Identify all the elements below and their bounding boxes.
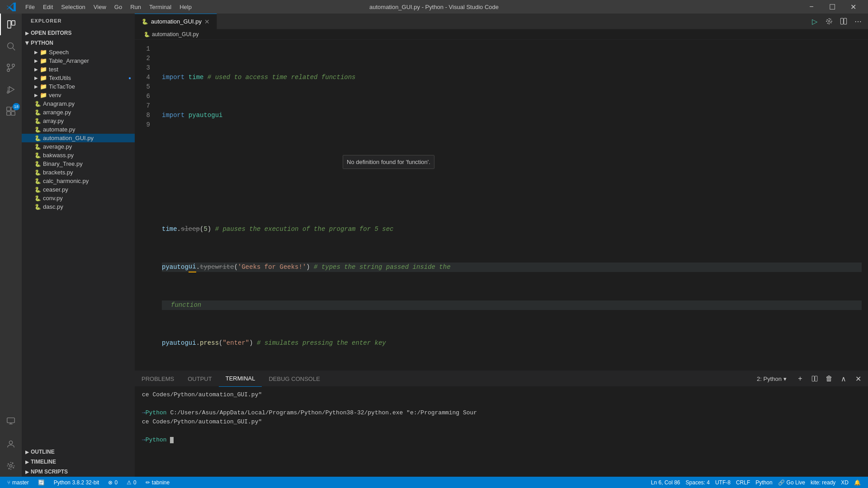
svg-rect-11 — [7, 107, 10, 111]
maximize-button[interactable]: ☐ — [822, 0, 843, 14]
panel-tab-debug[interactable]: DEBUG CONSOLE — [262, 371, 326, 387]
tab-bar-actions: ▷ ⋯ — [805, 15, 868, 28]
tab-close-button[interactable]: ✕ — [204, 18, 210, 25]
status-encoding[interactable]: UTF-8 — [712, 477, 733, 488]
sidebar-item-automate[interactable]: 🐍 automate.py — [22, 125, 135, 134]
menu-selection[interactable]: Selection — [57, 3, 89, 11]
test-folder-label: test — [49, 66, 58, 73]
kw-import-1: import — [162, 73, 184, 82]
extensions-activity-item[interactable]: 18 — [0, 100, 22, 122]
status-kite[interactable]: kite: ready — [808, 477, 838, 488]
close-button[interactable]: ✕ — [843, 0, 863, 14]
status-notifications[interactable]: 🔔 — [851, 477, 863, 488]
status-tabnine[interactable]: ✏ tabnine — [143, 477, 172, 488]
python-section[interactable]: ▶ PYTHON — [22, 38, 135, 48]
npm-chevron: ▶ — [25, 469, 29, 474]
panel-tab-terminal[interactable]: TERMINAL — [219, 371, 262, 387]
open-editors-section[interactable]: ▶ OPEN EDITORS — [22, 28, 135, 38]
maximize-panel-button[interactable]: ∧ — [837, 372, 850, 385]
sidebar-item-ceaser[interactable]: 🐍 ceaser.py — [22, 185, 135, 194]
add-terminal-button[interactable]: + — [794, 372, 807, 385]
timeline-section[interactable]: ▶ TIMELINE — [22, 457, 135, 467]
sidebar-item-calc-harmonic[interactable]: 🐍 calc_harmonic.py — [22, 177, 135, 185]
search-activity-item[interactable] — [0, 35, 22, 57]
code-content[interactable]: import time # used to access time relate… — [157, 40, 862, 371]
menu-go[interactable]: Go — [111, 3, 126, 11]
fn-typewrite: typewrite — [200, 263, 234, 272]
status-spaces[interactable]: Spaces: 4 — [683, 477, 712, 488]
sidebar-item-dasc[interactable]: 🐍 dasc.py — [22, 202, 135, 211]
sidebar-item-tictactoe[interactable]: ▶ 📁 TicTacToe — [22, 82, 135, 91]
status-line-ending[interactable]: CRLF — [733, 477, 753, 488]
terminal-cursor — [170, 437, 174, 443]
python-section-label: PYTHON — [31, 40, 53, 46]
svg-rect-1 — [12, 21, 15, 25]
close-panel-button[interactable]: ✕ — [852, 372, 864, 385]
terminal-content[interactable]: ce Codes/Python/automation_GUI.py" →Pyth… — [135, 387, 868, 477]
sidebar-item-automation-gui[interactable]: 🐍 automation_GUI.py — [22, 134, 135, 142]
menu-edit[interactable]: Edit — [39, 3, 57, 11]
run-python-button[interactable]: ▷ — [808, 15, 821, 28]
svg-point-2 — [8, 43, 14, 49]
sidebar-item-anagram[interactable]: 🐍 Anagram.py — [22, 99, 135, 108]
status-branch[interactable]: ⑂ master — [5, 477, 32, 488]
sidebar-item-bakwass[interactable]: 🐍 bakwass.py — [22, 151, 135, 160]
breadcrumb-file[interactable]: automation_GUI.py — [152, 31, 198, 38]
line-num-1: 1 — [135, 44, 150, 54]
kill-terminal-button[interactable]: 🗑 — [823, 372, 835, 385]
status-language-mode[interactable]: Python — [753, 477, 775, 488]
sidebar-item-average[interactable]: 🐍 average.py — [22, 142, 135, 151]
python-version-label: Python 3.8.2 32-bit — [54, 479, 99, 486]
run-activity-item[interactable] — [0, 79, 22, 100]
status-errors[interactable]: ⊗ 0 — [105, 477, 120, 488]
remote-explorer-activity-item[interactable] — [0, 410, 22, 432]
outline-section[interactable]: ▶ OUTLINE — [22, 447, 135, 457]
status-bar-right: Ln 6, Col 86 Spaces: 4 UTF-8 CRLF Python… — [648, 477, 863, 488]
npm-scripts-section[interactable]: ▶ NPM SCRIPTS — [22, 467, 135, 477]
sidebar-item-speech[interactable]: ▶ 📁 Speech — [22, 48, 135, 56]
settings-activity-item[interactable] — [0, 455, 22, 477]
menu-terminal[interactable]: Terminal — [146, 3, 175, 11]
tablearranger-folder-label: Table_Arranger — [49, 57, 89, 64]
svg-rect-13 — [7, 112, 10, 115]
sidebar-item-table-arranger[interactable]: ▶ 📁 Table_Arranger — [22, 56, 135, 65]
status-sync[interactable]: 🔄 — [35, 477, 47, 488]
menu-file[interactable]: File — [22, 3, 38, 11]
brackets-file-label: brackets.py — [43, 169, 73, 176]
sidebar-item-binary-tree[interactable]: 🐍 Binary_Tree.py — [22, 160, 135, 168]
sidebar-item-textutils[interactable]: ▶ 📁 TextUtils ● — [22, 74, 135, 82]
term-line-3: →Python C:/Users/Asus/AppData/Local/Prog… — [142, 408, 861, 418]
tabnine-icon: ✏ — [146, 479, 150, 486]
more-actions-button[interactable]: ⋯ — [852, 15, 864, 28]
sidebar-item-arrange[interactable]: 🐍 arrange.py — [22, 108, 135, 117]
panel-tabs: PROBLEMS OUTPUT TERMINAL DEBUG CONSOLE 2… — [135, 371, 868, 387]
status-go-live[interactable]: 🔗 Go Live — [775, 477, 808, 488]
menu-run[interactable]: Run — [127, 3, 145, 11]
open-settings-button[interactable] — [823, 15, 835, 28]
accounts-activity-item[interactable] — [0, 433, 22, 455]
comment-5: # pauses the execution of the program fo… — [215, 225, 394, 234]
menu-view[interactable]: View — [90, 3, 110, 11]
status-xd[interactable]: XD — [838, 477, 851, 488]
terminal-instance-selector[interactable]: 2: Python ▾ — [753, 375, 790, 382]
sidebar-item-array[interactable]: 🐍 array.py — [22, 117, 135, 125]
minimize-button[interactable]: − — [801, 0, 822, 14]
status-python-version[interactable]: Python 3.8.2 32-bit — [51, 477, 102, 488]
sidebar-item-conv[interactable]: 🐍 conv.py — [22, 194, 135, 202]
code-editor[interactable]: 1 2 3 4 5 6 7 8 9 import time # used to … — [135, 40, 868, 371]
menu-help[interactable]: Help — [176, 3, 195, 11]
tab-automation-gui[interactable]: 🐍 automation_GUI.py ✕ — [135, 14, 217, 29]
panel-tab-problems[interactable]: PROBLEMS — [135, 371, 181, 387]
sidebar-item-test[interactable]: ▶ 📁 test — [22, 65, 135, 74]
status-cursor-pos[interactable]: Ln 6, Col 86 — [648, 477, 683, 488]
sidebar-item-brackets[interactable]: 🐍 brackets.py — [22, 168, 135, 177]
source-control-activity-item[interactable] — [0, 57, 22, 79]
split-terminal-button[interactable] — [808, 372, 821, 385]
go-live-label: Go Live — [787, 479, 805, 486]
explorer-activity-item[interactable] — [0, 14, 22, 35]
status-warnings[interactable]: ⚠ 0 — [124, 477, 139, 488]
panel-tab-output[interactable]: OUTPUT — [181, 371, 218, 387]
automate-file-icon: 🐍 — [34, 127, 41, 133]
split-editor-button[interactable] — [837, 15, 850, 28]
sidebar-item-venv[interactable]: ▶ 📁 venv — [22, 91, 135, 99]
